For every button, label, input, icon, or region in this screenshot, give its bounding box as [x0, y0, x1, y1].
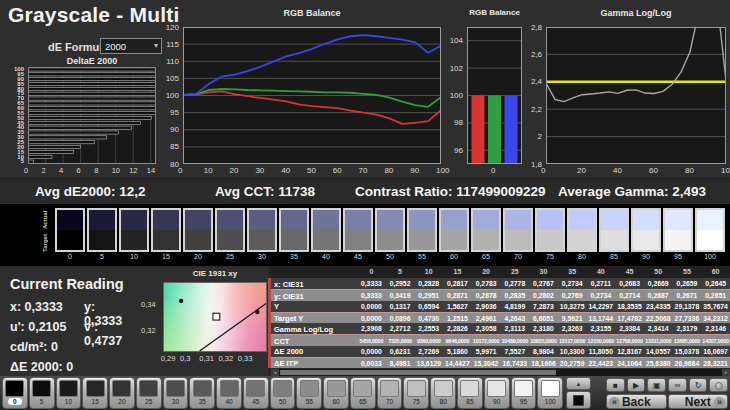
level-patch-button-65[interactable]: 65 [350, 377, 376, 409]
ramp-swatch: 95 [663, 208, 693, 260]
level-patch-button-90[interactable]: 90 [484, 377, 510, 409]
table-cell: 10489,0000 [500, 335, 529, 345]
table-cell: 0,2683 [615, 278, 644, 289]
table-scrollbar[interactable]: ◂ ▸ [271, 369, 730, 376]
table-cell: 5,9971 [472, 346, 501, 357]
bottom-toolbar: 0510152025303540455055606570758085909510… [0, 376, 730, 410]
level-patch-button-10[interactable]: 10 [56, 377, 82, 409]
table-cell: 0,2767 [529, 278, 558, 289]
up-arrow-button[interactable]: ▲ [566, 377, 591, 390]
play-button[interactable]: ▶ [627, 378, 646, 392]
table-cell: 7,5527 [500, 346, 529, 357]
row-label: CCT [271, 335, 357, 345]
level-patch-button-100[interactable]: 100 [537, 377, 563, 409]
ramp-swatch: 45 [343, 208, 373, 260]
level-patch-button-60[interactable]: 60 [323, 377, 349, 409]
custom-patch-button[interactable] [566, 391, 591, 409]
table-cell: 10,3300 [558, 346, 587, 357]
ramp-swatch: 40 [311, 208, 341, 260]
scrollbar-thumb[interactable] [280, 370, 556, 375]
status-light-button[interactable] [709, 378, 728, 392]
table-cell: 0,2659 [673, 278, 702, 289]
save-button[interactable]: ▣ [647, 378, 666, 392]
continuous-read-button[interactable]: ∞ [668, 378, 687, 392]
gray-patch [86, 380, 105, 397]
table-cell: 0,2769 [558, 290, 587, 300]
average-gamma: Average Gamma: 2,493 [558, 184, 706, 199]
level-patch-button-45[interactable]: 45 [243, 377, 269, 409]
row-label: ΔE 2000 [271, 346, 357, 357]
table-cell: 29,1378 [673, 301, 702, 312]
level-patch-button-30[interactable]: 30 [163, 377, 189, 409]
table-cell: 0,1317 [386, 301, 415, 312]
table-cell: 14207,0000 [701, 335, 730, 345]
refresh-button[interactable]: ↻ [689, 378, 708, 392]
table-cell: 0,2734 [587, 290, 616, 300]
column-header: 60 [701, 266, 730, 278]
scroll-right-icon[interactable]: ▸ [722, 369, 730, 376]
level-patch-button-85[interactable]: 85 [457, 377, 483, 409]
table-cell: 6,6051 [529, 313, 558, 323]
scroll-left-icon[interactable]: ◂ [271, 369, 279, 376]
next-button[interactable]: Next » [668, 394, 729, 409]
de-formula-select[interactable]: 2000 ▾ [100, 38, 162, 54]
table-cell: 13311,0000 [644, 335, 673, 345]
grayscale-ramp-strip: Actual Target 05101520253035404550556065… [0, 204, 730, 266]
gray-patch [32, 380, 51, 397]
cie-overlay [164, 283, 266, 351]
table-cell: 11517,0000 [558, 335, 587, 345]
ramp-swatch: 80 [567, 208, 597, 260]
level-patch-button-75[interactable]: 75 [403, 377, 429, 409]
table-cell: 18,3535 [615, 301, 644, 312]
table-cell: 0,2671 [673, 290, 702, 300]
level-patch-button-55[interactable]: 55 [296, 377, 322, 409]
column-header: 50 [644, 266, 673, 278]
table-cell: 0,3419 [386, 290, 415, 300]
level-patch-button-50[interactable]: 50 [270, 377, 296, 409]
chart-title: DeltaE 2000 [28, 56, 156, 66]
play-icon: ▶ [633, 381, 639, 390]
back-button[interactable]: « Back [606, 394, 667, 409]
stop-button[interactable]: ■ [606, 378, 625, 392]
table-cell: 15,0378 [673, 346, 702, 357]
table-cell: 14,2297 [587, 301, 616, 312]
level-patch-button-20[interactable]: 20 [109, 377, 135, 409]
level-patch-button-15[interactable]: 15 [82, 377, 108, 409]
gray-patch [246, 380, 265, 397]
next-chevron-icon: » [714, 397, 725, 408]
target-label: Target [42, 231, 54, 255]
table-cell: 0,0000 [357, 313, 386, 323]
level-patch-button-70[interactable]: 70 [377, 377, 403, 409]
chart-title: Gamma Log/Log [546, 8, 726, 18]
table-cell: 0,2645 [701, 278, 730, 289]
level-patch-button-40[interactable]: 40 [216, 377, 242, 409]
row-label: ΔE ITP [271, 358, 357, 368]
table-cell: 0,6594 [414, 301, 443, 312]
table-cell: 0,2835 [500, 290, 529, 300]
chart-title: RGB Balance [467, 8, 522, 17]
table-cell: 0,0000 [357, 301, 386, 312]
delta-e-plot [28, 67, 156, 164]
rgb-balance-y-axis: 12011511010510095908580 [165, 27, 181, 164]
table-cell: 14,0557 [644, 346, 673, 357]
table-cell: 0,4730 [414, 313, 443, 323]
level-patch-button-95[interactable]: 95 [511, 377, 537, 409]
table-cell: 17,4782 [615, 313, 644, 323]
table-cell: 2,2553 [414, 323, 443, 334]
table-header-row: 051015202530354045505560 [271, 266, 730, 278]
table-cell: 2,2826 [443, 323, 472, 334]
level-patch-button-35[interactable]: 35 [189, 377, 215, 409]
gray-patch [220, 380, 239, 397]
level-patch-button-0[interactable]: 0 [2, 377, 28, 409]
rgb-balance-plot [183, 27, 441, 164]
level-patch-button-5[interactable]: 5 [29, 377, 55, 409]
level-patch-button-80[interactable]: 80 [430, 377, 456, 409]
table-cell: 7,2873 [529, 301, 558, 312]
level-patch-button-25[interactable]: 25 [136, 377, 162, 409]
table-cell: 13,6129 [414, 358, 443, 368]
table-cell: 10835,0000 [529, 335, 558, 345]
gray-patch [460, 380, 479, 397]
table-cell: 0,2871 [443, 290, 472, 300]
table-cell: 22,5068 [644, 313, 673, 323]
gray-patch [300, 380, 319, 397]
